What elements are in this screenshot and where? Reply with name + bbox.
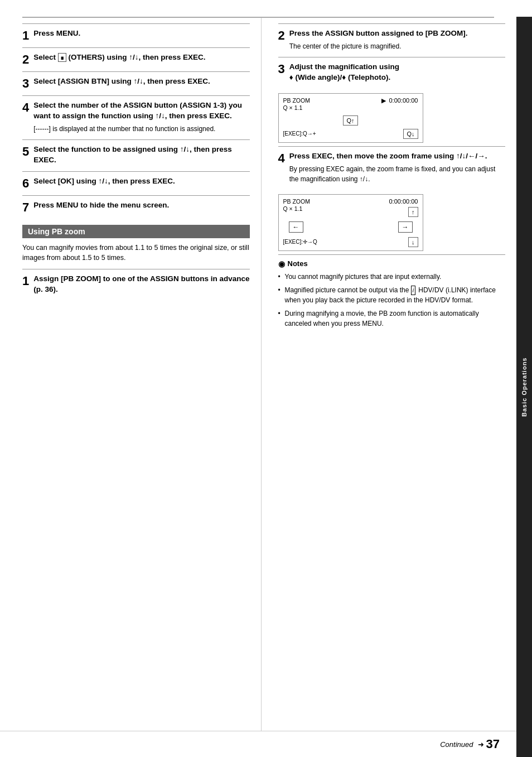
note-item-2: Magnified picture cannot be output via t… <box>278 285 506 305</box>
tab-label: Basic Operations <box>521 357 528 416</box>
notes-label: Notes <box>288 259 308 268</box>
step-6: 6 Select [OK] using ↑/↓, then press EXEC… <box>22 171 250 195</box>
right-step-2: 2 Press the ASSIGN button assigned to [P… <box>278 23 506 57</box>
right-step-4: 4 Press EXEC, then move the zoom frame u… <box>278 146 506 190</box>
step-1: 1 Press MENU. <box>22 23 250 47</box>
step-5: 5 Select the function to be assigned usi… <box>22 139 250 171</box>
step-3-number: 3 <box>22 78 29 90</box>
right-step-2-title: Press the ASSIGN button assigned to [PB … <box>289 28 505 39</box>
step-4-title: Select the number of the ASSIGN button (… <box>33 100 249 122</box>
continued-text: Continued <box>440 740 473 749</box>
step-7-number: 7 <box>22 201 29 214</box>
step-3-content: Select [ASSIGN BTN] using ↑/↓, then pres… <box>33 76 249 90</box>
right-column: 2 Press the ASSIGN button assigned to [P… <box>262 18 517 731</box>
right-step-3: 3 Adjust the magnification using♦ (Wide … <box>278 57 506 89</box>
hdv-icon: i <box>411 286 415 295</box>
diagram-1-exec: [EXEC]:Q→+ <box>283 131 316 137</box>
page-container: 1 Press MENU. 2 Select ∎ (OTHERS) using … <box>0 0 532 757</box>
play-icon: ▶ <box>381 97 386 104</box>
step-4-content: Select the number of the ASSIGN button (… <box>33 100 249 134</box>
diagram-1-bottom-icon: Q↓ <box>403 129 418 139</box>
pb-step-1-content: Assign [PB ZOOM] to one of the ASSIGN bu… <box>33 274 249 295</box>
right-arrow-icon: → <box>398 221 413 233</box>
step-2-title: Select ∎ (OTHERS) using ↑/↓, then press … <box>33 52 249 63</box>
left-arrow-icon: ← <box>289 221 303 233</box>
right-step-3-content: Adjust the magnification using♦ (Wide an… <box>289 62 505 83</box>
right-step-3-number: 3 <box>278 63 285 83</box>
step-7-content: Press MENU to hide the menu screen. <box>33 200 249 214</box>
diagram-1-center: Q↑ <box>283 115 418 126</box>
step-4-desc: [------] is displayed at the number that… <box>33 124 249 134</box>
step-2-number: 2 <box>22 54 29 66</box>
right-step-2-desc: The center of the picture is magnified. <box>289 41 505 51</box>
step-1-title: Press MENU. <box>33 28 249 39</box>
step-4-number: 4 <box>22 102 29 134</box>
diagram-1-center-icon: Q↑ <box>343 115 357 126</box>
step-5-number: 5 <box>22 146 29 166</box>
note-item-1: You cannot magnify pictures that are inp… <box>278 272 506 282</box>
left-column: 1 Press MENU. 2 Select ∎ (OTHERS) using … <box>0 18 262 731</box>
right-step-4-desc: By pressing EXEC again, the zoom frame i… <box>289 164 505 184</box>
diagram-2-top-icon: ↑ <box>408 207 418 217</box>
right-step-2-number: 2 <box>278 30 285 51</box>
diagram-2-right: 0:00:00:00 ↑ <box>389 198 418 217</box>
notes-icon: ◉ <box>278 259 285 268</box>
diagram-1-play: ▶ 0:00:00:00 <box>381 97 418 104</box>
diagram-2-top: PB ZOOMQ × 1.1 0:00:00:00 ↑ <box>283 198 418 217</box>
bottom-bar: Continued ➜ 37 <box>0 731 516 757</box>
right-step-4-content: Press EXEC, then move the zoom frame usi… <box>289 151 505 184</box>
note-item-3: During magnifying a movie, the PB zoom f… <box>278 308 506 329</box>
step-7-title: Press MENU to hide the menu screen. <box>33 200 249 211</box>
diagram-2-bottom-icon: ↓ <box>408 237 418 247</box>
main-content: 1 Press MENU. 2 Select ∎ (OTHERS) using … <box>0 17 516 757</box>
step-5-content: Select the function to be assigned using… <box>33 144 249 166</box>
right-step-4-title: Press EXEC, then move the zoom frame usi… <box>289 151 505 162</box>
step-7: 7 Press MENU to hide the menu screen. <box>22 195 250 219</box>
step-2-content: Select ∎ (OTHERS) using ↑/↓, then press … <box>33 52 249 66</box>
step-6-content: Select [OK] using ↑/↓, then press EXEC. <box>33 176 249 190</box>
step-6-number: 6 <box>22 177 29 190</box>
right-step-3-title: Adjust the magnification using♦ (Wide an… <box>289 62 505 83</box>
step-1-content: Press MENU. <box>33 28 249 42</box>
diagram-1-bottom: [EXEC]:Q→+ Q↓ <box>283 129 418 139</box>
notes-title: ◉ Notes <box>278 259 506 268</box>
diagram-2-time: 0:00:00:00 <box>389 198 418 205</box>
diagram-1-time: 0:00:00:00 <box>389 97 418 104</box>
columns: 1 Press MENU. 2 Select ∎ (OTHERS) using … <box>0 18 516 731</box>
pb-step-1: 1 Assign [PB ZOOM] to one of the ASSIGN … <box>22 269 250 301</box>
arrow-right-icon: ➜ <box>478 740 484 749</box>
diagram-2-arrows: ← → <box>283 219 418 235</box>
diagram-2-bottom: [EXEC]:✛→Q ↓ <box>283 237 418 247</box>
section-header-pb-zoom: Using PB zoom <box>22 225 250 238</box>
diagram-1: PB ZOOMQ × 1.1 ▶ 0:00:00:00 Q↑ [EXEC]:Q→… <box>278 93 423 143</box>
notes-section: ◉ Notes You cannot magnify pictures that… <box>278 254 506 336</box>
step-3-title: Select [ASSIGN BTN] using ↑/↓, then pres… <box>33 76 249 87</box>
page-number: 37 <box>486 737 500 751</box>
step-3: 3 Select [ASSIGN BTN] using ↑/↓, then pr… <box>22 71 250 95</box>
step-4: 4 Select the number of the ASSIGN button… <box>22 95 250 139</box>
pb-step-1-title: Assign [PB ZOOM] to one of the ASSIGN bu… <box>33 274 249 295</box>
step-1-number: 1 <box>22 30 29 42</box>
pb-step-1-number: 1 <box>22 275 29 295</box>
step-2: 2 Select ∎ (OTHERS) using ↑/↓, then pres… <box>22 47 250 71</box>
right-step-2-content: Press the ASSIGN button assigned to [PB … <box>289 28 505 51</box>
step-5-title: Select the function to be assigned using… <box>33 144 249 166</box>
step-6-title: Select [OK] using ↑/↓, then press EXEC. <box>33 176 249 187</box>
section-intro: You can magnify movies from about 1.1 to… <box>22 243 250 264</box>
diagram-2-exec: [EXEC]:✛→Q <box>283 239 317 245</box>
diagram-1-top: PB ZOOMQ × 1.1 ▶ 0:00:00:00 <box>283 97 418 112</box>
diagram-2-label: PB ZOOMQ × 1.1 <box>283 198 310 213</box>
right-tab: Basic Operations <box>516 17 532 757</box>
diagram-1-label: PB ZOOMQ × 1.1 <box>283 97 310 112</box>
right-step-4-number: 4 <box>278 152 285 184</box>
diagram-2: PB ZOOMQ × 1.1 0:00:00:00 ↑ ← → [EXEC]:✛… <box>278 194 423 251</box>
